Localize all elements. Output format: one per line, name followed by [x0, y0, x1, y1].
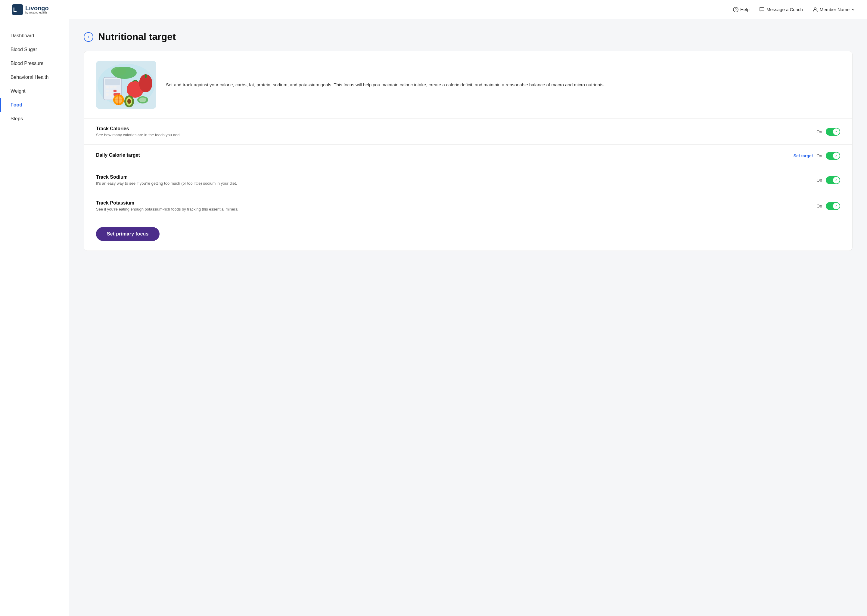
- checkmark-icon: ✓: [835, 204, 837, 207]
- svg-point-28: [127, 99, 131, 104]
- header-nav: ? Help Message a Coach Member Name: [733, 7, 855, 13]
- chevron-down-icon: [851, 8, 855, 11]
- toggle-rows-container: Track CaloriesSee how many calories are …: [84, 119, 852, 218]
- content-card: Set and track against your calorie, carb…: [84, 51, 853, 251]
- svg-rect-7: [105, 79, 120, 85]
- toggle-row-daily-calorie-target: Daily Calorie targetSet targetOn✓: [84, 145, 852, 167]
- page-header: ‹ Nutritional target: [84, 31, 853, 42]
- toggle-label-track-sodium: On: [817, 178, 822, 182]
- checkmark-icon: ✓: [835, 154, 837, 158]
- page-title: Nutritional target: [98, 31, 176, 42]
- toggle-desc-track-sodium: It's an easy way to see if you're gettin…: [96, 181, 817, 185]
- svg-rect-8: [106, 86, 109, 88]
- toggle-switch-track-calories[interactable]: ✓: [826, 128, 840, 136]
- toggle-row-track-potassium: Track PotassiumSee if you're eating enou…: [84, 193, 852, 218]
- hero-image: [96, 61, 156, 109]
- svg-rect-12: [110, 90, 113, 92]
- help-icon: ?: [733, 7, 738, 13]
- toggle-right-track-calories: On✓: [817, 128, 840, 136]
- sidebar: DashboardBlood SugarBlood PressureBehavi…: [0, 19, 69, 616]
- sidebar-item-food[interactable]: Food: [0, 98, 69, 112]
- toggle-desc-track-calories: See how many calories are in the foods y…: [96, 133, 817, 137]
- toggle-label-track-calories: On: [817, 129, 822, 134]
- logo-icon: L: [12, 4, 23, 15]
- svg-rect-9: [110, 86, 113, 88]
- hero-description: Set and track against your calorie, carb…: [166, 81, 605, 88]
- toggle-knob-daily-calorie-target: ✓: [833, 152, 840, 159]
- sidebar-item-blood-pressure[interactable]: Blood Pressure: [0, 57, 69, 71]
- checkmark-icon: ✓: [835, 130, 837, 133]
- app-layout: DashboardBlood SugarBlood PressureBehavi…: [0, 19, 867, 616]
- sidebar-item-weight[interactable]: Weight: [0, 84, 69, 98]
- toggle-right-track-potassium: On✓: [817, 202, 840, 210]
- toggle-desc-track-potassium: See if you're eating enough potassium-ri…: [96, 207, 817, 211]
- toggle-row-track-calories: Track CaloriesSee how many calories are …: [84, 119, 852, 145]
- toggle-switch-daily-calorie-target[interactable]: ✓: [826, 152, 840, 160]
- toggle-switch-track-sodium[interactable]: ✓: [826, 176, 840, 184]
- logo[interactable]: L Livongo by Teladoc Health: [12, 4, 49, 15]
- sidebar-item-blood-sugar[interactable]: Blood Sugar: [0, 43, 69, 57]
- toggle-label-daily-calorie-target: On: [817, 153, 822, 158]
- set-target-link-daily-calorie-target[interactable]: Set target: [793, 153, 813, 158]
- member-menu[interactable]: Member Name: [812, 7, 855, 13]
- svg-rect-13: [113, 90, 117, 92]
- toggle-title-track-calories: Track Calories: [96, 126, 817, 132]
- svg-point-30: [139, 97, 146, 102]
- logo-brand: Livongo: [25, 5, 49, 11]
- sidebar-nav: DashboardBlood SugarBlood PressureBehavi…: [0, 29, 69, 126]
- food-illustration: [96, 61, 156, 109]
- svg-point-21: [111, 67, 126, 76]
- toggle-title-track-sodium: Track Sodium: [96, 174, 817, 180]
- primary-btn-wrap: Set primary focus: [84, 218, 852, 251]
- toggle-switch-track-potassium[interactable]: ✓: [826, 202, 840, 210]
- back-button[interactable]: ‹: [84, 32, 93, 42]
- sidebar-item-dashboard[interactable]: Dashboard: [0, 29, 69, 43]
- toggle-info-track-calories: Track CaloriesSee how many calories are …: [96, 126, 817, 137]
- sidebar-item-steps[interactable]: Steps: [0, 112, 69, 126]
- toggle-title-track-potassium: Track Potassium: [96, 200, 817, 206]
- svg-rect-10: [113, 86, 117, 88]
- set-primary-focus-button[interactable]: Set primary focus: [96, 227, 159, 241]
- main-content: ‹ Nutritional target: [69, 19, 867, 616]
- toggle-info-track-potassium: Track PotassiumSee if you're eating enou…: [96, 200, 817, 211]
- toggle-label-track-potassium: On: [817, 204, 822, 209]
- message-icon: [759, 7, 765, 13]
- toggle-info-daily-calorie-target: Daily Calorie target: [96, 152, 793, 159]
- logo-sub: by Teladoc Health: [25, 11, 49, 14]
- toggle-knob-track-potassium: ✓: [833, 203, 840, 209]
- svg-text:?: ?: [735, 8, 737, 11]
- sidebar-item-behavioral-health[interactable]: Behavioral Health: [0, 71, 69, 84]
- logo-text-block: Livongo by Teladoc Health: [25, 5, 49, 14]
- svg-rect-11: [106, 90, 109, 92]
- toggle-right-daily-calorie-target: Set targetOn✓: [793, 152, 840, 160]
- hero-section: Set and track against your calorie, carb…: [84, 51, 852, 119]
- toggle-right-track-sodium: On✓: [817, 176, 840, 184]
- checkmark-icon: ✓: [835, 178, 837, 182]
- svg-text:L: L: [13, 6, 17, 13]
- user-icon: [812, 7, 818, 13]
- svg-rect-14: [106, 93, 109, 96]
- help-button[interactable]: ? Help: [733, 7, 750, 13]
- toggle-knob-track-calories: ✓: [833, 129, 840, 135]
- toggle-knob-track-sodium: ✓: [833, 177, 840, 184]
- toggle-info-track-sodium: Track SodiumIt's an easy way to see if y…: [96, 174, 817, 185]
- svg-rect-15: [110, 93, 113, 96]
- toggle-title-daily-calorie-target: Daily Calorie target: [96, 152, 793, 158]
- app-header: L Livongo by Teladoc Health ? Help Messa…: [0, 0, 867, 19]
- toggle-row-track-sodium: Track SodiumIt's an easy way to see if y…: [84, 167, 852, 193]
- message-coach-button[interactable]: Message a Coach: [759, 7, 803, 13]
- svg-rect-19: [145, 74, 147, 78]
